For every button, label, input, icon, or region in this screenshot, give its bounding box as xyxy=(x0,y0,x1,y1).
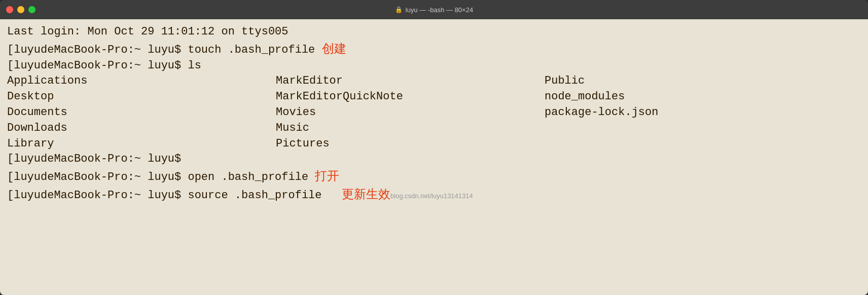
ls-col2-row2: MarkEditorQuickNote xyxy=(276,89,545,105)
watermark: blog.csdn.net/luyu13141314 xyxy=(390,192,473,201)
empty-prompt: [luyudeMacBook-Pro:~ luyu$ xyxy=(7,152,188,167)
window-title: 🔒 luyu — -bash — 80×24 xyxy=(395,6,473,14)
ls-col2-row1: MarkEditor xyxy=(276,73,545,89)
annotation-open: 打开 xyxy=(315,167,339,185)
terminal-window: 🔒 luyu — -bash — 80×24 Last login: Mon O… xyxy=(0,0,868,295)
line-last-login: Last login: Mon Oct 29 11:01:12 on ttys0… xyxy=(7,24,861,40)
ls-col1-row2: Desktop xyxy=(7,89,276,105)
ls-col3-row1: Public xyxy=(545,73,861,89)
ls-col1-row5: Library xyxy=(7,136,276,152)
last-login-text: Last login: Mon Oct 29 11:01:12 on ttys0… xyxy=(7,24,288,40)
prompt-open: [luyudeMacBook-Pro:~ luyu$ open .bash_pr… xyxy=(7,170,315,186)
ls-col3-row3: package-lock.json xyxy=(545,105,861,121)
terminal-body[interactable]: Last login: Mon Oct 29 11:01:12 on ttys0… xyxy=(0,19,868,295)
ls-col3-row2: node_modules xyxy=(545,89,861,105)
ls-col1-row4: Downloads xyxy=(7,121,276,136)
ls-col3-row4 xyxy=(545,121,861,136)
annotation-create: 创建 xyxy=(322,40,346,57)
lock-icon: 🔒 xyxy=(395,6,403,13)
prompt-ls: [luyudeMacBook-Pro:~ luyu$ ls xyxy=(7,58,201,74)
title-text: luyu — -bash — 80×24 xyxy=(406,6,473,14)
ls-output: Applications MarkEditor Public Desktop M… xyxy=(7,73,861,152)
ls-col1-row1: Applications xyxy=(7,73,276,89)
ls-col2-row3: Movies xyxy=(276,105,545,121)
ls-col2-row4: Music xyxy=(276,121,545,136)
close-button[interactable] xyxy=(6,6,13,13)
line-empty-prompt: [luyudeMacBook-Pro:~ luyu$ xyxy=(7,152,861,167)
minimize-button[interactable] xyxy=(17,6,24,13)
titlebar: 🔒 luyu — -bash — 80×24 xyxy=(0,0,868,19)
ls-col1-row3: Documents xyxy=(7,105,276,121)
prompt-source: [luyudeMacBook-Pro:~ luyu$ source .bash_… xyxy=(7,188,342,204)
ls-col3-row5 xyxy=(545,136,861,152)
line-open: [luyudeMacBook-Pro:~ luyu$ open .bash_pr… xyxy=(7,167,861,186)
line-ls: [luyudeMacBook-Pro:~ luyu$ ls xyxy=(7,58,861,74)
ls-col2-row5: Pictures xyxy=(276,136,545,152)
terminal-content: Last login: Mon Oct 29 11:01:12 on ttys0… xyxy=(7,24,861,204)
annotation-source: 更新生效 xyxy=(342,186,390,203)
traffic-lights xyxy=(6,6,35,13)
prompt-touch: [luyudeMacBook-Pro:~ luyu$ touch .bash_p… xyxy=(7,43,322,58)
line-touch: [luyudeMacBook-Pro:~ luyu$ touch .bash_p… xyxy=(7,40,861,58)
maximize-button[interactable] xyxy=(28,6,35,13)
line-source: [luyudeMacBook-Pro:~ luyu$ source .bash_… xyxy=(7,186,861,204)
